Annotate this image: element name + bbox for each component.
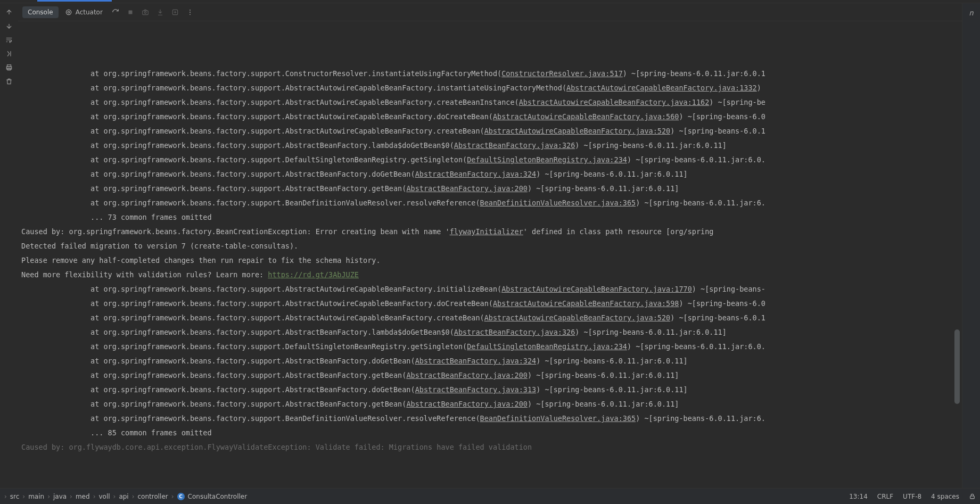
download-icon[interactable]: [154, 6, 167, 19]
svg-point-10: [190, 12, 191, 13]
stacktrace-link[interactable]: AbstractAutowireCapableBeanFactory.java:…: [493, 112, 679, 121]
readonly-lock-icon[interactable]: [969, 493, 976, 500]
scroll-thumb[interactable]: [954, 329, 960, 404]
svg-rect-5: [128, 10, 132, 14]
console-line: Please remove any half-completed changes…: [21, 253, 959, 268]
svg-rect-12: [970, 496, 975, 499]
console-line: Need more flexibility with validation ru…: [21, 268, 959, 282]
svg-rect-6: [143, 11, 149, 15]
console-line: at org.springframework.beans.factory.sup…: [21, 282, 959, 296]
stacktrace-link[interactable]: BeanDefinitionValueResolver.java:365: [480, 414, 636, 423]
export-icon[interactable]: [169, 6, 182, 19]
stacktrace-link[interactable]: DefaultSingletonBeanRegistry.java:234: [467, 155, 627, 164]
console-line: Caused by: org.flywaydb.core.api.excepti…: [21, 440, 959, 455]
trash-icon[interactable]: [4, 77, 14, 86]
stacktrace-link[interactable]: AbstractAutowireCapableBeanFactory.java:…: [519, 98, 710, 106]
arrow-up-icon[interactable]: [4, 7, 14, 17]
console-line: at org.springframework.beans.factory.sup…: [21, 81, 959, 95]
console-line: at org.springframework.beans.factory.sup…: [21, 167, 959, 181]
actuator-icon: [65, 9, 72, 16]
svg-point-4: [68, 11, 70, 13]
console-line: at org.springframework.beans.factory.sup…: [21, 411, 959, 426]
breadcrumb-segment[interactable]: ConsultaController: [188, 493, 248, 500]
stacktrace-link[interactable]: AbstractAutowireCapableBeanFactory.java:…: [493, 299, 679, 308]
breadcrumb-segment[interactable]: main: [28, 493, 44, 500]
console-line: at org.springframework.beans.factory.sup…: [21, 138, 959, 153]
console-line: Detected failed migration to version 7 (…: [21, 239, 959, 253]
console-line: ... 85 common frames omitted: [21, 426, 959, 440]
stacktrace-link[interactable]: AbstractBeanFactory.java:326: [454, 328, 575, 336]
console-output[interactable]: at org.springframework.beans.factory.sup…: [18, 21, 962, 488]
console-line: at org.springframework.beans.factory.sup…: [21, 181, 959, 196]
stacktrace-link[interactable]: AbstractAutowireCapableBeanFactory.java:…: [501, 285, 692, 293]
stacktrace-link[interactable]: AbstractBeanFactory.java:326: [454, 141, 575, 150]
more-icon[interactable]: [184, 6, 196, 19]
rerun-icon[interactable]: [109, 6, 122, 19]
softwrap-icon[interactable]: [4, 35, 14, 45]
console-line: at org.springframework.beans.factory.sup…: [21, 383, 959, 397]
breadcrumb-segment[interactable]: api: [119, 493, 128, 500]
svg-point-7: [144, 11, 146, 13]
console-line: at org.springframework.beans.factory.sup…: [21, 110, 959, 124]
tab-strip: [0, 0, 980, 3]
console-line: at org.springframework.beans.factory.sup…: [21, 95, 959, 110]
console-line: at org.springframework.beans.factory.sup…: [21, 196, 959, 210]
stacktrace-link[interactable]: AbstractBeanFactory.java:200: [406, 400, 528, 408]
stop-icon: [124, 6, 137, 19]
console-toolbar: Console Actuator: [18, 3, 962, 21]
scrollbar[interactable]: [954, 21, 960, 488]
stacktrace-link[interactable]: AbstractAutowireCapableBeanFactory.java:…: [484, 127, 671, 135]
svg-point-3: [66, 10, 71, 14]
console-line: at org.springframework.beans.factory.sup…: [21, 340, 959, 354]
scroll-to-end-icon[interactable]: [4, 49, 14, 59]
breadcrumb-path[interactable]: ›src›main›java›med›voll›api›controller›C…: [4, 493, 247, 500]
status-line-ending[interactable]: CRLF: [877, 493, 893, 500]
stacktrace-link[interactable]: AbstractBeanFactory.java:313: [415, 385, 537, 394]
breadcrumb-segment[interactable]: java: [53, 493, 67, 500]
breadcrumb-segment[interactable]: src: [10, 493, 20, 500]
active-tab-indicator: [37, 0, 112, 2]
console-line: at org.springframework.beans.factory.sup…: [21, 354, 959, 368]
breadcrumb-segment[interactable]: med: [76, 493, 90, 500]
svg-point-11: [190, 14, 191, 15]
console-line: at org.springframework.beans.factory.sup…: [21, 325, 959, 340]
stacktrace-link[interactable]: AbstractBeanFactory.java:324: [415, 357, 537, 365]
print-icon[interactable]: [4, 63, 14, 72]
camera-icon[interactable]: [139, 6, 152, 19]
stacktrace-link[interactable]: DefaultSingletonBeanRegistry.java:234: [467, 342, 627, 351]
stacktrace-link[interactable]: flywayInitializer: [450, 227, 523, 236]
stacktrace-link[interactable]: AbstractAutowireCapableBeanFactory.java:…: [566, 84, 757, 92]
right-tool-strip: n: [962, 3, 980, 488]
console-line: ... 73 common frames omitted: [21, 210, 959, 225]
stacktrace-link[interactable]: AbstractBeanFactory.java:200: [406, 371, 528, 379]
stacktrace-link[interactable]: https://rd.gt/3AbJUZE: [268, 270, 359, 279]
class-icon: C: [177, 493, 185, 500]
actuator-tab[interactable]: Actuator: [61, 6, 107, 18]
console-line: at org.springframework.beans.factory.sup…: [21, 153, 959, 167]
console-line: at org.springframework.beans.factory.sup…: [21, 67, 959, 81]
stacktrace-link[interactable]: AbstractBeanFactory.java:200: [406, 184, 528, 193]
stacktrace-link[interactable]: AbstractAutowireCapableBeanFactory.java:…: [484, 313, 671, 322]
stacktrace-link[interactable]: AbstractBeanFactory.java:324: [415, 170, 537, 178]
console-left-gutter: [0, 3, 18, 488]
breadcrumb-segment[interactable]: voll: [98, 493, 110, 500]
svg-point-9: [190, 9, 191, 10]
console-tab[interactable]: Console: [22, 6, 59, 18]
status-indent[interactable]: 4 spaces: [931, 493, 959, 500]
console-line: at org.springframework.beans.factory.sup…: [21, 311, 959, 325]
console-line: at org.springframework.beans.factory.sup…: [21, 368, 959, 383]
console-line: at org.springframework.beans.factory.sup…: [21, 296, 959, 311]
stacktrace-link[interactable]: BeanDefinitionValueResolver.java:365: [480, 199, 636, 207]
arrow-down-icon[interactable]: [4, 21, 14, 31]
notifications-icon[interactable]: n: [969, 9, 973, 17]
status-encoding[interactable]: UTF-8: [903, 493, 921, 500]
console-line: at org.springframework.beans.factory.sup…: [21, 124, 959, 138]
breadcrumb-bar: ›src›main›java›med›voll›api›controller›C…: [0, 488, 980, 504]
status-time: 13:14: [849, 493, 868, 500]
stacktrace-link[interactable]: ConstructorResolver.java:517: [501, 69, 623, 78]
status-bar: 13:14 CRLF UTF-8 4 spaces: [849, 493, 976, 500]
console-line: at org.springframework.beans.factory.sup…: [21, 397, 959, 411]
console-line: Caused by: org.springframework.beans.fac…: [21, 225, 959, 239]
breadcrumb-segment[interactable]: controller: [138, 493, 168, 500]
